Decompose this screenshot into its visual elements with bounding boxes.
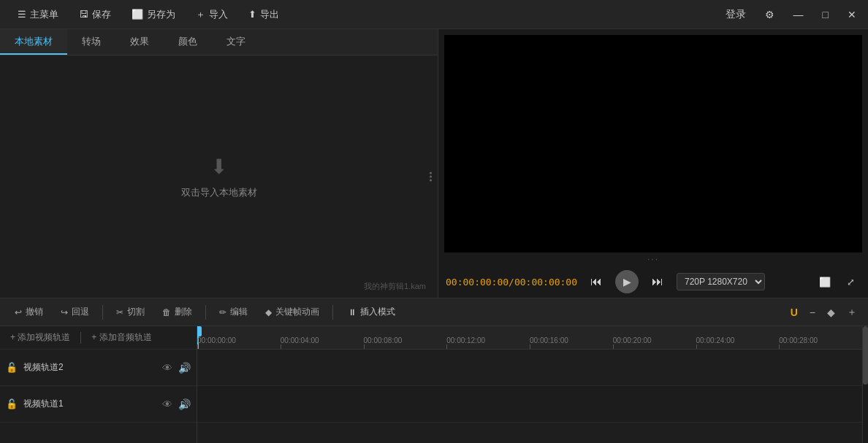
track2-name: 视频轨道2 <box>23 361 156 374</box>
toolbar-sep-2 <box>205 305 206 320</box>
track1-lock-icon[interactable]: 🔓 <box>6 398 18 409</box>
redo-icon: ↪ <box>61 307 68 317</box>
add-track-row: + 添加视频轨道 + 添加音频轨道 <box>0 326 197 350</box>
add-video-label: + 添加视频轨道 <box>10 331 70 344</box>
tab-effects[interactable]: 效果 <box>115 29 164 55</box>
toolbar-sep-1 <box>102 305 103 320</box>
menu-label: 主菜单 <box>30 8 58 21</box>
import-hint[interactable]: ⬇ 双击导入本地素材 <box>181 155 257 199</box>
tab-transition-label: 转场 <box>82 35 101 48</box>
delete-label: 删除 <box>175 306 192 318</box>
import-button[interactable]: ＋ 导入 <box>186 0 238 28</box>
ruler-mark: 00:00:24:00 <box>696 336 735 349</box>
track2-eye-icon[interactable]: 👁 <box>162 362 172 374</box>
save-icon: 🖫 <box>79 9 88 20</box>
track2-audio-icon[interactable]: 🔊 <box>178 362 191 374</box>
delete-icon: 🗑 <box>162 307 171 317</box>
filename-text: 我的神剪辑1.kam <box>364 282 426 290</box>
preview-dots-text: ··· <box>647 254 659 264</box>
resolution-select[interactable]: 720P 1280X720 <box>677 273 765 290</box>
undo-label: 撤销 <box>26 306 43 318</box>
add-marker-icon[interactable]: ＋ <box>843 304 861 321</box>
export-label: 导出 <box>260 8 279 21</box>
keyframe-label: 关键帧动画 <box>275 306 319 318</box>
export-icon: ⬆ <box>248 9 256 20</box>
track2-icons: 👁 🔊 <box>162 362 191 374</box>
minimize-icon[interactable]: — <box>789 6 808 23</box>
saveas-button[interactable]: ⬜ 另存为 <box>121 0 186 28</box>
save-button[interactable]: 🖫 保存 <box>69 0 121 28</box>
export-button[interactable]: ⬆ 导出 <box>238 0 289 28</box>
track2-lock-icon[interactable]: 🔓 <box>6 362 18 373</box>
prev-frame-button[interactable]: ⏮ <box>585 272 608 291</box>
saveas-label: 另存为 <box>147 8 175 21</box>
add-video-track-button[interactable]: + 添加视频轨道 <box>0 326 80 349</box>
save-label: 保存 <box>92 8 111 21</box>
ruler-marks-container: 00:00:00:0000:00:04:0000:00:08:0000:00:1… <box>197 326 862 349</box>
add-audio-track-button[interactable]: + 添加音频轨道 <box>81 326 161 349</box>
tab-text[interactable]: 文字 <box>212 29 260 55</box>
media-library[interactable]: ⬇ 双击导入本地素材 我的神剪辑1.kam <box>0 55 438 298</box>
cut-icon: ✂ <box>116 307 123 317</box>
import-icon: ＋ <box>196 8 205 21</box>
track-bg-1 <box>197 350 862 386</box>
export-preview-icon[interactable]: ⬜ <box>813 274 837 290</box>
insert-mode-button[interactable]: ⏸ 插入模式 <box>339 303 404 321</box>
menu-button[interactable]: ☰ 主菜单 <box>7 0 69 28</box>
play-button[interactable]: ▶ <box>615 270 639 293</box>
marker-icon[interactable]: ◆ <box>823 304 839 320</box>
top-bar-right: 登录 ⚙ — □ ✕ <box>721 5 861 24</box>
import-label: 导入 <box>209 8 228 21</box>
top-bar: ☰ 主菜单 🖫 保存 ⬜ 另存为 ＋ 导入 ⬆ 导出 登录 ⚙ — □ ✕ <box>0 0 868 29</box>
redo-button[interactable]: ↪ 回退 <box>53 303 96 321</box>
ruler-mark: 00:00:04:00 <box>281 336 319 349</box>
settings-icon[interactable]: ⚙ <box>761 6 779 23</box>
preview-dots: ··· <box>438 253 868 266</box>
preview-area <box>444 35 862 253</box>
insert-icon: ⏸ <box>348 307 357 317</box>
timeline-scrollbar[interactable] <box>862 326 868 443</box>
timeline-ruler: 00:00:00:0000:00:04:0000:00:08:0000:00:1… <box>197 326 862 350</box>
ruler-mark: 00:00:00:00 <box>197 336 236 349</box>
toolbar: ↩ 撤销 ↪ 回退 ✂ 切割 🗑 删除 ✏ 编辑 ◆ 关键帧动画 ⏸ 插入模式 <box>0 298 868 326</box>
delete-button[interactable]: 🗑 删除 <box>155 303 199 321</box>
left-panel: 本地素材 转场 效果 颜色 文字 ⬇ 双击导入本地素材 <box>0 29 438 298</box>
ruler-mark: 00:00:28:00 <box>779 336 818 349</box>
tab-local-media[interactable]: 本地素材 <box>0 29 67 55</box>
next-frame-button[interactable]: ⏭ <box>646 272 669 291</box>
track-bg-2 <box>197 386 862 423</box>
panel-dots[interactable] <box>430 172 432 182</box>
preview-right-icons: ⬜ ⤢ <box>813 274 861 290</box>
edit-button[interactable]: ✏ 编辑 <box>212 303 255 321</box>
scrollbar-thumb[interactable] <box>863 326 868 385</box>
track1-eye-icon[interactable]: 👁 <box>162 398 172 410</box>
redo-label: 回退 <box>72 306 89 318</box>
right-panel: ··· 00:00:00:00/00:00:00:00 ⏮ ▶ ⏭ 720P 1… <box>438 29 868 298</box>
tab-transition[interactable]: 转场 <box>67 29 115 55</box>
ruler-mark: 00:00:12:00 <box>446 336 485 349</box>
tab-color-label: 颜色 <box>178 35 197 48</box>
login-label[interactable]: 登录 <box>721 5 750 24</box>
maximize-icon[interactable]: □ <box>818 6 833 23</box>
edit-label: 编辑 <box>230 306 248 318</box>
timecode-display: 00:00:00:00/00:00:00:00 <box>446 277 577 288</box>
magnet-icon[interactable]: U <box>787 304 802 320</box>
keyframe-icon: ◆ <box>265 307 272 317</box>
import-text: 双击导入本地素材 <box>181 186 257 199</box>
track-row-video1: 🔓 视频轨道1 👁 🔊 <box>0 386 197 423</box>
undo-button[interactable]: ↩ 撤销 <box>7 303 50 321</box>
timeline-area: + 添加视频轨道 + 添加音频轨道 🔓 视频轨道2 👁 🔊 🔓 视频轨道 <box>0 326 868 443</box>
saveas-icon: ⬜ <box>132 9 143 20</box>
track1-audio-icon[interactable]: 🔊 <box>178 398 191 410</box>
main-area: 本地素材 转场 效果 颜色 文字 ⬇ 双击导入本地素材 <box>0 29 868 298</box>
menu-icon: ☰ <box>18 9 26 20</box>
keyframe-button[interactable]: ◆ 关键帧动画 <box>258 303 327 321</box>
tab-effects-label: 效果 <box>130 35 149 48</box>
preview-controls: 00:00:00:00/00:00:00:00 ⏮ ▶ ⏭ 720P 1280X… <box>438 266 868 298</box>
tab-color[interactable]: 颜色 <box>164 29 212 55</box>
close-icon[interactable]: ✕ <box>843 6 861 23</box>
minus-icon[interactable]: − <box>806 304 819 320</box>
fullscreen-icon[interactable]: ⤢ <box>841 274 861 290</box>
insert-label: 插入模式 <box>360 306 395 318</box>
cut-button[interactable]: ✂ 切割 <box>109 303 152 321</box>
